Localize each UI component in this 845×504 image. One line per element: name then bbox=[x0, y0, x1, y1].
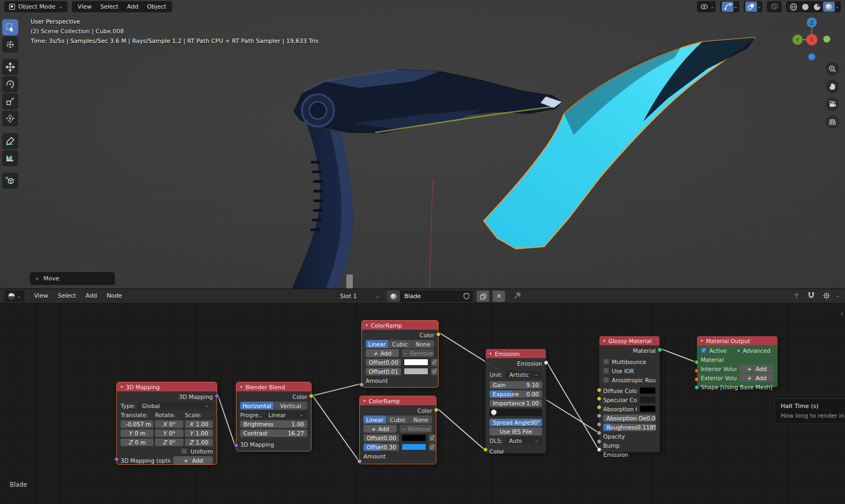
collapse-icon[interactable]: ▾ bbox=[121, 384, 123, 389]
node-glossy-material[interactable]: ▾ Glossy Material Material Multibounce U… bbox=[599, 336, 660, 453]
orthographic-grid-icon[interactable] bbox=[826, 115, 839, 129]
camera-view-icon[interactable] bbox=[826, 98, 839, 111]
menu-select[interactable]: Select bbox=[54, 288, 80, 303]
chevron-down-icon[interactable]: ⌄ bbox=[835, 4, 839, 9]
brightness-field[interactable]: Brightness1.00 bbox=[240, 420, 307, 428]
socket-material-output[interactable] bbox=[657, 347, 662, 352]
snap-target-icon[interactable] bbox=[820, 291, 832, 301]
rotate-y-field[interactable]: Y0° bbox=[155, 429, 183, 437]
material-sphere-icon[interactable] bbox=[387, 291, 400, 302]
node-colorramp-bottom[interactable]: ▾ ColorRamp Color Linear Cubic None +Add… bbox=[359, 396, 436, 464]
node-header[interactable]: ▾ ColorRamp bbox=[362, 321, 438, 330]
node-colorramp-top[interactable]: ▾ ColorRamp Color Linear Cubic None +Add… bbox=[361, 320, 439, 388]
gizmo-x-negative-dot[interactable] bbox=[824, 36, 831, 43]
toggle-xray-icon[interactable] bbox=[768, 2, 780, 12]
interp-none-button[interactable]: None bbox=[412, 340, 434, 348]
navigation-gizmo[interactable]: Z Y X bbox=[791, 15, 833, 64]
socket-mapping-output[interactable] bbox=[214, 394, 219, 398]
collapse-icon[interactable]: ▾ bbox=[240, 384, 242, 389]
gizmo-z-negative-dot[interactable] bbox=[809, 54, 816, 61]
specular-color-swatch[interactable] bbox=[640, 396, 656, 403]
chevron-down-icon[interactable]: ⌄ bbox=[710, 4, 715, 9]
tool-measure[interactable] bbox=[2, 150, 18, 166]
operator-panel-move[interactable]: ▸ Move bbox=[30, 272, 115, 285]
absorption-depth-field[interactable]: Absorption De0.000 bbox=[603, 414, 656, 422]
socket-absorption-depth-input[interactable] bbox=[597, 413, 602, 418]
use-ior-checkbox[interactable] bbox=[603, 368, 609, 374]
remove-stop-button[interactable]: −Remove bbox=[399, 425, 433, 433]
tool-transform[interactable] bbox=[2, 110, 18, 127]
socket-color-output[interactable] bbox=[436, 332, 441, 337]
socket-color-output[interactable] bbox=[434, 407, 439, 412]
stop-options-icon[interactable] bbox=[429, 443, 436, 451]
unit-dropdown[interactable]: Artistic ⌄ bbox=[506, 370, 542, 379]
socket-mapping-input[interactable] bbox=[234, 443, 239, 448]
rotate-z-field[interactable]: Z0° bbox=[155, 439, 183, 446]
stop-offset-field[interactable]: Offset0.00 bbox=[364, 434, 399, 442]
menu-node[interactable]: Node bbox=[102, 288, 127, 303]
tool-scale[interactable] bbox=[2, 93, 18, 109]
progression-dropdown[interactable]: Linear ⌄ bbox=[265, 411, 307, 419]
editor-type-selector[interactable]: ⌄ bbox=[4, 291, 25, 302]
pan-hand-icon[interactable] bbox=[826, 80, 839, 93]
stop-options-icon[interactable] bbox=[431, 359, 438, 366]
collapse-icon[interactable]: ▾ bbox=[603, 338, 605, 343]
socket-color-input[interactable] bbox=[483, 447, 488, 452]
use-ies-file-button[interactable]: Use IES File bbox=[490, 427, 542, 435]
node-emission[interactable]: ▾ Emission Emission Unit: Artistic ⌄ Gai… bbox=[485, 349, 546, 454]
tool-rotate[interactable] bbox=[2, 76, 18, 92]
collapse-icon[interactable]: ▾ bbox=[364, 398, 366, 403]
go-to-parent-icon[interactable] bbox=[790, 291, 802, 301]
interp-none-button[interactable]: None bbox=[410, 416, 432, 424]
multibounce-checkbox[interactable] bbox=[603, 359, 609, 365]
absorption-color-swatch[interactable] bbox=[640, 405, 656, 412]
add-mapping-button[interactable]: +Add bbox=[173, 456, 213, 464]
anisotropic-roughness-checkbox[interactable] bbox=[603, 377, 609, 383]
menu-view[interactable]: View bbox=[30, 288, 53, 303]
socket-roughness-input[interactable] bbox=[597, 422, 602, 427]
stop-color-swatch[interactable] bbox=[402, 443, 426, 450]
unlink-close-icon[interactable]: ✕ bbox=[492, 291, 505, 302]
shading-rendered-icon[interactable] bbox=[823, 2, 835, 12]
stop-color-swatch[interactable] bbox=[402, 434, 426, 441]
gizmos-icon[interactable] bbox=[722, 2, 733, 12]
active-checkbox[interactable]: ✓ bbox=[701, 347, 707, 353]
node-header[interactable]: ▾ Material Output bbox=[697, 336, 777, 345]
socket-color-output[interactable] bbox=[309, 394, 314, 398]
menu-add[interactable]: Add bbox=[81, 288, 101, 303]
stop-options-icon[interactable] bbox=[429, 434, 436, 442]
socket-emission-output[interactable] bbox=[544, 360, 548, 365]
socket-amount-input[interactable] bbox=[357, 459, 362, 464]
type-dropdown[interactable]: Global ⌄ bbox=[138, 402, 213, 410]
gain-field[interactable]: Gain9.10 bbox=[490, 381, 542, 389]
interp-cubic-button[interactable]: Cubic bbox=[387, 416, 410, 424]
socket-emission-input[interactable] bbox=[597, 447, 602, 452]
node-3d-mapping[interactable]: ▾ 3D Mapping 3D Mapping Type: Global ⌄ T… bbox=[116, 382, 217, 465]
remove-stop-button[interactable]: −Remove bbox=[402, 349, 435, 357]
tool-move[interactable] bbox=[2, 59, 18, 75]
overlays-icon[interactable] bbox=[745, 2, 757, 12]
zoom-icon[interactable] bbox=[826, 62, 839, 76]
contrast-field[interactable]: Contrast16.27 bbox=[240, 429, 307, 437]
menu-select[interactable]: Select bbox=[96, 1, 123, 12]
pin-icon[interactable] bbox=[514, 292, 521, 301]
new-material-copy-icon[interactable] bbox=[476, 291, 489, 302]
shading-material-icon[interactable] bbox=[811, 2, 823, 12]
viewport-3d[interactable]: Object Mode ⌄ View Select Add Object ⌄ bbox=[0, 0, 845, 288]
translate-x-field[interactable]: -0.057 m bbox=[121, 420, 153, 428]
stop-offset-field-selected[interactable]: Offset0.30 bbox=[364, 443, 399, 451]
socket-exterior-volume-input[interactable] bbox=[694, 377, 699, 382]
node-material-output[interactable]: ▾ Material Output ✓ Active ▸ Advanced Ma… bbox=[696, 336, 778, 388]
interp-linear-button[interactable]: Linear bbox=[364, 416, 387, 424]
menu-view[interactable]: View bbox=[73, 1, 96, 12]
node-header[interactable]: ▾ ColorRamp bbox=[360, 396, 436, 405]
diffuse-color-swatch[interactable] bbox=[640, 387, 656, 394]
show-hide-eye-icon[interactable] bbox=[699, 2, 710, 12]
uniform-checkbox[interactable] bbox=[181, 448, 187, 454]
socket-mapping-input[interactable] bbox=[114, 457, 119, 462]
collapse-icon[interactable]: ▾ bbox=[366, 323, 368, 328]
scale-x-field[interactable]: X1.00 bbox=[185, 420, 213, 428]
scale-z-field[interactable]: Z1.00 bbox=[185, 439, 213, 446]
socket-opacity-input[interactable] bbox=[597, 431, 602, 435]
socket-specular-color-input[interactable] bbox=[597, 396, 602, 401]
